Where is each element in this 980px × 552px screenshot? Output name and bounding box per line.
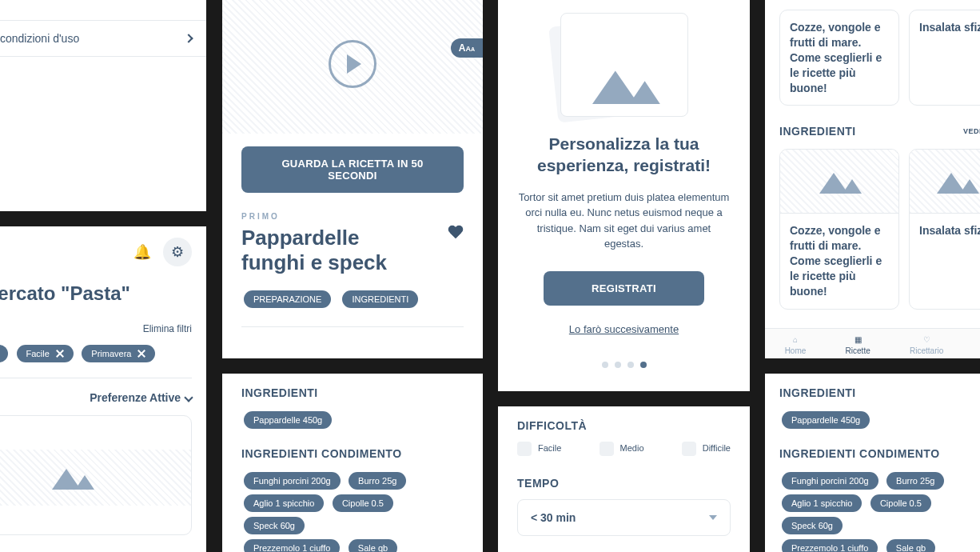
remove-filter-icon[interactable]	[137, 350, 145, 358]
image-placeholder-icon	[815, 170, 863, 194]
tab-recipes[interactable]: ▦Ricette	[846, 335, 870, 355]
filter-chip[interactable]: Primi	[0, 345, 8, 362]
checkbox-icon	[600, 442, 614, 456]
article-card[interactable]: Insalata sfiz	[909, 149, 980, 309]
time-select[interactable]: < 30 min	[517, 499, 731, 536]
ingredient-chip[interactable]: Aglio 1 spicchio	[244, 494, 324, 512]
notifications-button[interactable]: 🔔	[128, 238, 157, 266]
difficulty-option[interactable]: Medio	[600, 442, 644, 456]
ingredients-title: INGREDIENTI	[241, 386, 464, 399]
clear-filters[interactable]: Elimina filtri	[143, 323, 192, 334]
ingredient-chip[interactable]: Cipolle 0.5	[870, 494, 931, 512]
ingredient-chip[interactable]: Sale qb	[886, 539, 935, 552]
ingredient-chip[interactable]: Prezzemolo 1 ciuffo	[782, 539, 878, 552]
caret-down-icon	[709, 515, 717, 520]
checkbox-icon	[517, 442, 532, 456]
recipe-card[interactable]: PRIMI	[0, 415, 192, 535]
filter-chip[interactable]: Facile	[17, 345, 74, 362]
article-card[interactable]: Insalata sfiz	[909, 10, 980, 106]
settings-button[interactable]: ⚙	[163, 238, 192, 266]
ingredient-chip[interactable]: Burro 25g	[886, 472, 944, 490]
condimento-title: INGREDIENTI CONDIMENTO	[779, 447, 980, 460]
font-size-badge[interactable]: AAA	[451, 38, 483, 58]
filter-chip[interactable]: Primavera	[82, 345, 155, 362]
tab-cookbook[interactable]: ♡Ricettario	[910, 335, 943, 355]
ingredient-chip[interactable]: Funghi porcini 200g	[244, 472, 341, 490]
article-card[interactable]: Cozze, vongole e frutti di mare. Come sc…	[779, 10, 899, 106]
chevron-right-icon	[184, 34, 193, 42]
article-card[interactable]: Cozze, vongole e frutti di mare. Come sc…	[779, 149, 899, 309]
tab-home[interactable]: ⌂Home	[785, 335, 807, 355]
card-category: PRIMI	[0, 506, 191, 522]
ingredient-chip[interactable]: Speck 60g	[782, 517, 843, 534]
search-heading: Hai cercato "Pasta"	[0, 282, 192, 305]
ingredient-chip[interactable]: Cipolle 0.5	[333, 494, 393, 512]
chevron-down-icon	[184, 393, 193, 402]
image-placeholder-icon	[933, 170, 980, 194]
recipe-category: PRIMO	[241, 212, 464, 221]
section-title: INGREDIENTI	[779, 125, 856, 138]
watch-video-button[interactable]: GUARDA LA RICETTA IN 50 SECONDI	[241, 146, 464, 193]
terms-row[interactable]: ermini condizioni d'uso	[0, 21, 206, 57]
play-icon	[347, 54, 361, 74]
image-placeholder-icon	[48, 466, 96, 490]
skip-link[interactable]: Lo farò succesivamente	[569, 323, 679, 335]
favorite-button[interactable]	[448, 226, 464, 240]
preferences-toggle[interactable]: Preferenze Attive	[90, 391, 192, 404]
ingredient-chip[interactable]: Burro 25g	[349, 472, 406, 490]
checkbox-icon	[682, 442, 696, 456]
time-title: TEMPO	[517, 477, 731, 490]
bell-icon: 🔔	[133, 243, 151, 261]
difficulty-title: DIFFICOLTÀ	[517, 419, 731, 432]
onboarding-title: Personalizza la tua esperienza, registra…	[517, 133, 731, 177]
see-all-link[interactable]: VEDI TUTTI	[963, 127, 980, 135]
home-icon: ⌂	[793, 335, 798, 344]
tab-ingredients[interactable]: INGREDIENTI	[342, 290, 418, 308]
recipes-icon: ▦	[855, 335, 862, 344]
remove-filter-icon[interactable]	[56, 350, 64, 358]
condimento-title: INGREDIENTI CONDIMENTO	[241, 447, 464, 460]
ingredient-chip[interactable]: Funghi porcini 200g	[782, 472, 878, 490]
difficulty-option[interactable]: Difficile	[682, 442, 731, 456]
ingredients-title: INGREDIENTI	[779, 386, 980, 399]
gear-icon: ⚙	[171, 243, 184, 261]
filter-chips: Primi Facile Primavera	[0, 342, 192, 365]
active-dot	[640, 362, 647, 368]
ingredient-chip[interactable]: Pappardelle 450g	[244, 411, 332, 429]
heart-icon: ♡	[923, 335, 930, 344]
difficulty-option[interactable]: Facile	[517, 442, 561, 456]
register-button[interactable]: REGISTRATI	[544, 271, 703, 306]
tab-preparation[interactable]: PREPARAZIONE	[244, 290, 331, 308]
play-button[interactable]	[329, 40, 376, 88]
ingredient-chip[interactable]: Pappardelle 450g	[782, 411, 870, 429]
pagination-dots	[517, 362, 731, 368]
ingredient-chip[interactable]: Sale qb	[349, 539, 397, 552]
recipe-title: Pappardelle funghi e speck	[241, 226, 417, 275]
ingredient-chip[interactable]: Prezzemolo 1 ciuffo	[244, 539, 340, 552]
ingredient-chip[interactable]: Aglio 1 spicchio	[782, 494, 862, 512]
onboarding-body: Tortor sit amet pretium duis platea elem…	[517, 190, 731, 252]
ingredient-chip[interactable]: Speck 60g	[244, 517, 305, 534]
terms-label: ermini condizioni d'uso	[0, 32, 79, 45]
image-placeholder-icon	[586, 66, 663, 104]
